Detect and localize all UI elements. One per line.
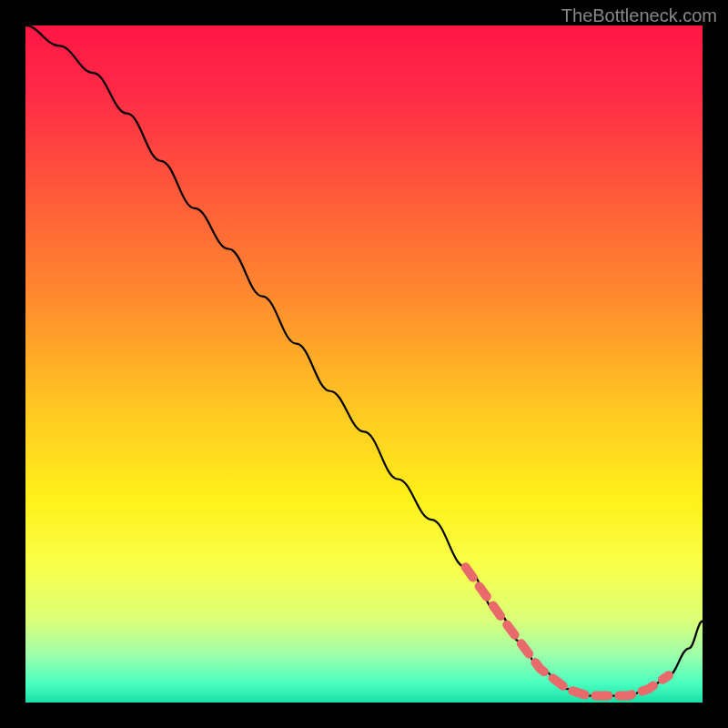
- plot-area: [25, 25, 703, 703]
- curve-layer: [25, 25, 703, 703]
- optimal-range-highlight: [466, 567, 669, 695]
- watermark-text: TheBottleneck.com: [561, 5, 717, 26]
- bottleneck-curve-line: [25, 25, 703, 696]
